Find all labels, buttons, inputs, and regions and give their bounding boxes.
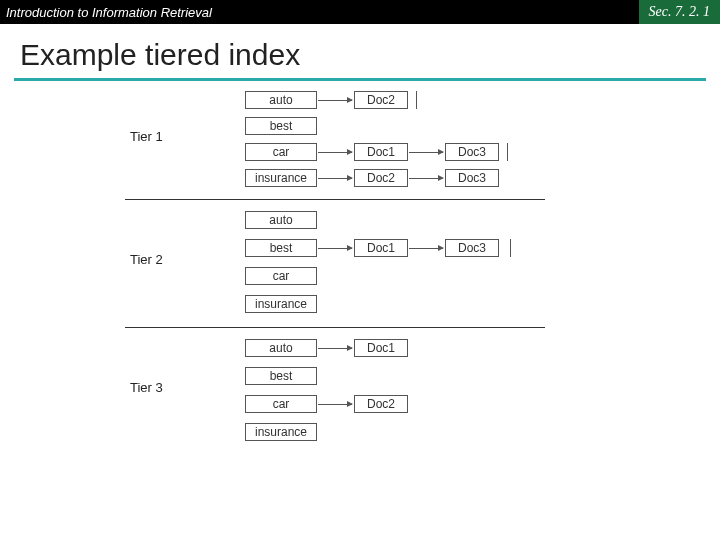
term-box: auto bbox=[245, 91, 317, 109]
tier-separator bbox=[125, 199, 545, 200]
doc-box: Doc3 bbox=[445, 239, 499, 257]
doc-box: Doc1 bbox=[354, 143, 408, 161]
course-title: Introduction to Information Retrieval bbox=[0, 5, 212, 20]
term-box: best bbox=[245, 117, 317, 135]
tiered-index-diagram: Tier 1 auto Doc2 best car Doc1 Doc3 insu… bbox=[0, 87, 720, 527]
arrow-icon bbox=[409, 152, 443, 153]
arrow-icon bbox=[318, 404, 352, 405]
term-box: auto bbox=[245, 339, 317, 357]
term-box: auto bbox=[245, 211, 317, 229]
list-end-tick bbox=[510, 239, 511, 257]
term-box: insurance bbox=[245, 295, 317, 313]
doc-box: Doc3 bbox=[445, 169, 499, 187]
arrow-icon bbox=[318, 248, 352, 249]
arrow-icon bbox=[409, 178, 443, 179]
title-underline bbox=[14, 78, 706, 81]
term-box: car bbox=[245, 395, 317, 413]
arrow-icon bbox=[318, 100, 352, 101]
term-box: insurance bbox=[245, 169, 317, 187]
term-box: car bbox=[245, 143, 317, 161]
doc-box: Doc2 bbox=[354, 91, 408, 109]
header-bar: Introduction to Information Retrieval Se… bbox=[0, 0, 720, 24]
term-box: insurance bbox=[245, 423, 317, 441]
term-box: best bbox=[245, 239, 317, 257]
doc-box: Doc3 bbox=[445, 143, 499, 161]
tier-label: Tier 1 bbox=[130, 129, 163, 144]
doc-box: Doc1 bbox=[354, 239, 408, 257]
list-end-tick bbox=[507, 143, 508, 161]
tier-label: Tier 2 bbox=[130, 252, 163, 267]
arrow-icon bbox=[409, 248, 443, 249]
doc-box: Doc1 bbox=[354, 339, 408, 357]
page-title: Example tiered index bbox=[0, 24, 720, 78]
doc-box: Doc2 bbox=[354, 169, 408, 187]
tier-label: Tier 3 bbox=[130, 380, 163, 395]
doc-box: Doc2 bbox=[354, 395, 408, 413]
arrow-icon bbox=[318, 178, 352, 179]
arrow-icon bbox=[318, 348, 352, 349]
term-box: best bbox=[245, 367, 317, 385]
tier-separator bbox=[125, 327, 545, 328]
term-box: car bbox=[245, 267, 317, 285]
section-number: Sec. 7. 2. 1 bbox=[639, 0, 720, 24]
list-end-tick bbox=[416, 91, 417, 109]
arrow-icon bbox=[318, 152, 352, 153]
